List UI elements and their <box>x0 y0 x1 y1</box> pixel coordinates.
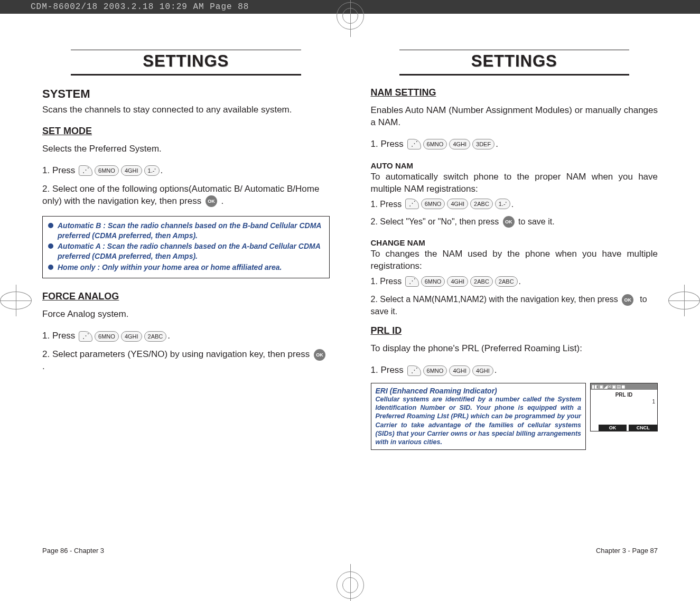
key-1: 1.-' <box>144 165 160 176</box>
step-post: . <box>496 138 498 151</box>
key-4: 4GHI <box>449 365 470 376</box>
page-title-wrap: SETTINGS <box>399 52 630 76</box>
page-footer: Page 86 - Chapter 3 <box>42 547 330 555</box>
page-right: SETTINGS NAM SETTING Enables Auto NAM (N… <box>371 48 658 555</box>
subheading-nam: NAM SETTING <box>371 87 658 98</box>
step-text: 2. Select one of the following options(A… <box>42 184 319 206</box>
key-2: 2ABC <box>470 199 493 209</box>
subheading-setmode: SET MODE <box>42 126 330 137</box>
prl-step1: 1. Press 6MNO 4GHI 4GHI . <box>371 364 658 377</box>
bullet-icon <box>48 223 53 228</box>
key-4: 4GHI <box>121 165 142 176</box>
bullet-icon <box>48 265 53 270</box>
subheading-force: FORCE ANALOG <box>42 291 330 302</box>
callout-modes: Automatic B : Scan the radio channels ba… <box>42 216 330 278</box>
menu-key-icon <box>405 276 419 287</box>
key-4: 4GHI <box>447 199 468 209</box>
screen-softkeys: OK CNCL <box>591 425 657 431</box>
setmode-step1: 1. Press 6MNO 4GHI 1.-' . <box>42 165 330 177</box>
screen-body: PRL ID 1 <box>591 390 657 425</box>
key-6: 6MNO <box>95 165 119 176</box>
step-post: . <box>511 199 514 210</box>
key-4: 4GHI <box>447 276 468 287</box>
nam-desc: Enables Auto NAM (Number Assignment Modu… <box>371 105 658 129</box>
screen-status-bar: ▮◧▣◢✉▣▤◼ <box>591 383 657 390</box>
menu-key-icon <box>405 199 419 209</box>
setmode-desc: Selects the Preferred System. <box>42 143 330 155</box>
ok-key-icon: OK <box>206 195 217 207</box>
eri-callout: ERI (Enhanced Roaming Indicator) Cellula… <box>371 383 586 450</box>
page-title: SETTINGS <box>399 52 630 71</box>
page-title: SETTINGS <box>71 52 301 71</box>
key-4: 4GHI <box>472 365 493 376</box>
prl-desc: To display the phone's PRL (Preferred Ro… <box>371 343 658 355</box>
subheading-prl: PRL ID <box>371 325 658 336</box>
key-6: 6MNO <box>95 331 119 342</box>
side-registration-right <box>668 285 700 316</box>
step-text: 2. Select parameters (YES/NO) by using n… <box>42 349 310 359</box>
softkey-ok: OK <box>596 425 627 431</box>
registration-line <box>350 0 351 37</box>
ok-key-icon: OK <box>622 294 633 306</box>
callout-label: Home only : <box>58 263 100 271</box>
step-text: 1. Press <box>371 276 402 287</box>
step-text: 1. Press <box>371 138 404 151</box>
autonam-step1: 1. Press 6MNO 4GHI 2ABC 1.-' . <box>371 199 658 210</box>
step-text: 2. Select "Yes" or "No", then press <box>371 216 499 228</box>
softkey-gap <box>591 425 596 431</box>
page-left: SETTINGS SYSTEM Scans the channels to st… <box>42 48 330 555</box>
softkey-cncl: CNCL <box>627 425 657 431</box>
step-post: . <box>519 276 521 287</box>
step-text: 1. Press <box>371 199 402 210</box>
changenam-step1: 1. Press 6MNO 4GHI 2ABC 2ABC . <box>371 276 658 287</box>
force-step2: 2. Select parameters (YES/NO) by using n… <box>42 349 330 373</box>
key-2: 2ABC <box>470 276 493 287</box>
step-post: . <box>42 361 45 371</box>
screen-title: PRL ID <box>593 392 655 398</box>
force-desc: Force Analog system. <box>42 308 330 321</box>
subheading-changenam: CHANGE NAM <box>371 238 658 247</box>
key-6: 6MNO <box>423 365 447 376</box>
key-6: 6MNO <box>421 199 445 209</box>
force-step1: 1. Press 6MNO 4GHI 2ABC . <box>42 330 330 342</box>
ok-key-icon: OK <box>314 349 325 361</box>
eri-row: ERI (Enhanced Roaming Indicator) Cellula… <box>371 383 658 450</box>
key-2: 2ABC <box>144 331 167 342</box>
changenam-desc: To changes the NAM used by the phone whe… <box>371 248 658 273</box>
status-icons: ▮◧▣◢✉▣▤◼ <box>592 384 625 389</box>
callout-label: Automatic A : <box>58 242 105 250</box>
key-2: 2ABC <box>495 276 518 287</box>
menu-key-icon <box>79 331 92 342</box>
menu-key-icon <box>407 365 421 376</box>
intro-text: Scans the channels to stay connected to … <box>42 104 330 116</box>
eri-body: Cellular systems are identified by a num… <box>376 395 582 447</box>
menu-key-icon <box>407 139 421 149</box>
ok-key-icon: OK <box>503 216 515 228</box>
side-registration-left <box>0 285 32 316</box>
subheading-autonam: AUTO NAM <box>371 161 658 170</box>
page-spread: SETTINGS SYSTEM Scans the channels to st… <box>42 48 658 555</box>
phone-screen-mock: ▮◧▣◢✉▣▤◼ PRL ID 1 OK CNCL <box>590 383 658 431</box>
step-text: 1. Press <box>42 165 75 177</box>
registration-line <box>350 564 351 601</box>
step-text: 1. Press <box>42 330 75 342</box>
callout-label: Automatic B : <box>58 221 106 230</box>
callout-desc: Only within your home area or home affil… <box>102 263 282 271</box>
step-post: . <box>161 165 163 177</box>
step-text: 2. Select a NAM(NAM1,NAM2) with the navi… <box>371 295 618 304</box>
key-3: 3DEF <box>472 139 494 149</box>
changenam-step2: 2. Select a NAM(NAM1,NAM2) with the navi… <box>371 294 658 317</box>
step-text: 1. Press <box>371 364 404 377</box>
key-6: 6MNO <box>421 276 445 287</box>
page-footer: Chapter 3 - Page 87 <box>371 547 658 555</box>
step-post: . <box>494 364 497 377</box>
setmode-step2: 2. Select one of the following options(A… <box>42 183 330 208</box>
nam-step1: 1. Press 6MNO 4GHI 3DEF . <box>371 138 658 151</box>
step-post: . <box>167 330 170 342</box>
step-post: . <box>221 196 224 206</box>
eri-title: ERI (Enhanced Roaming Indicator) <box>376 387 582 395</box>
page-title-wrap: SETTINGS <box>71 52 301 76</box>
key-6: 6MNO <box>423 139 447 149</box>
bullet-icon <box>48 243 53 249</box>
section-heading-system: SYSTEM <box>42 87 330 101</box>
